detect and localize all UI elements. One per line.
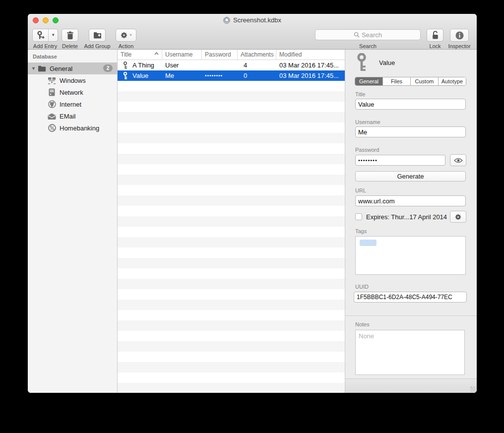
cell-title: Value <box>132 72 162 79</box>
sidebar-item-network[interactable]: Network <box>28 86 117 98</box>
envelope-icon <box>48 112 56 121</box>
notes-box[interactable]: None <box>355 330 465 375</box>
content-area: Database ▼ General 2 Win <box>28 50 477 393</box>
tab-general[interactable]: General <box>355 77 383 85</box>
add-entry-label: Add Entry <box>32 43 58 49</box>
delete-button[interactable] <box>62 29 78 42</box>
titlebar: Screenshot.kdbx <box>28 16 477 24</box>
chevron-down-icon: ▼ <box>51 33 55 37</box>
title-label: Title <box>355 91 365 97</box>
username-label: Username <box>355 119 380 125</box>
reveal-password-button[interactable] <box>450 154 466 166</box>
username-field[interactable] <box>355 126 466 137</box>
entry-table: Title Username Password Attachments Modi… <box>118 50 345 393</box>
sidebar-item-label: Internet <box>60 101 81 108</box>
entry-count-badge: 2 <box>103 64 113 72</box>
inspector-button[interactable] <box>450 29 469 42</box>
action-button[interactable]: ˅ <box>116 29 136 42</box>
table-row[interactable]: A Thing User 4 03 Mar 2016 17:45... <box>118 60 345 70</box>
lock-button[interactable] <box>427 29 443 42</box>
sidebar-item-label: EMail <box>60 113 76 120</box>
disclosure-triangle-icon[interactable]: ▼ <box>31 66 36 71</box>
tab-custom[interactable]: Custom <box>411 77 439 85</box>
add-entry-button[interactable]: ▼ <box>32 29 58 42</box>
inspector-entry-title: Value <box>379 59 395 66</box>
add-entry-dropdown[interactable]: ▼ <box>49 29 58 41</box>
tag-token[interactable] <box>360 240 377 246</box>
generate-button[interactable]: Generate <box>355 171 466 182</box>
notes-label: Notes <box>355 321 370 327</box>
server-icon <box>48 88 56 97</box>
percent-coin-icon <box>48 124 56 132</box>
folder-plus-icon <box>93 32 102 39</box>
key-icon <box>118 72 132 80</box>
tab-autotype[interactable]: Autotype <box>439 77 466 85</box>
gear-icon <box>454 213 462 221</box>
table-body[interactable]: A Thing User 4 03 Mar 2016 17:45... <box>118 60 345 393</box>
cell-title: A Thing <box>132 62 162 69</box>
add-entry-main[interactable] <box>33 29 48 41</box>
entry-key-icon <box>355 53 368 72</box>
section-divider <box>345 315 477 316</box>
table-row-selected[interactable]: Value Me •••••••• 0 03 Mar 2016 17:45... <box>118 70 345 81</box>
key-icon <box>118 62 132 69</box>
tags-label: Tags <box>355 228 367 234</box>
document-icon <box>223 17 230 24</box>
title-field[interactable] <box>355 99 466 110</box>
password-label: Password <box>355 147 379 153</box>
sidebar: Database ▼ General 2 Win <box>28 50 118 393</box>
lock-label: Lock <box>427 43 443 49</box>
cell-attachments: 4 <box>238 62 276 69</box>
sidebar-item-internet[interactable]: Internet <box>28 98 117 110</box>
search-icon <box>354 32 360 38</box>
column-header-modified[interactable]: Modified <box>276 50 345 60</box>
lock-open-icon <box>432 31 439 40</box>
windows-icon <box>48 76 56 85</box>
sidebar-item-homebanking[interactable]: Homebanking <box>28 122 117 134</box>
sidebar-item-windows[interactable]: Windows <box>28 74 117 86</box>
add-group-button[interactable] <box>89 29 106 42</box>
sidebar-item-email[interactable]: EMail <box>28 110 117 122</box>
add-group-label: Add Group <box>82 43 112 49</box>
sidebar-item-label: Homebanking <box>60 124 99 132</box>
uuid-label: UUID <box>355 284 369 290</box>
expires-label: Expires: Thur...17 April 2014 <box>366 213 447 221</box>
sidebar-item-label: General <box>50 65 72 72</box>
column-header-title[interactable]: Title <box>118 50 162 60</box>
cell-username: User <box>162 62 202 69</box>
expires-settings-button[interactable] <box>450 211 466 223</box>
column-header-password[interactable]: Password <box>202 50 238 60</box>
macpass-window: Screenshot.kdbx ▼ Add Entry <box>28 14 477 393</box>
search-field[interactable]: Search <box>315 29 421 40</box>
cell-username: Me <box>162 72 202 79</box>
inspector-label: Inspector <box>446 43 473 49</box>
window-title: Screenshot.kdbx <box>233 16 281 24</box>
notes-placeholder: None <box>359 332 374 340</box>
inspector-bottom-bar <box>345 378 477 393</box>
gear-icon <box>120 31 128 39</box>
cell-password: •••••••• <box>202 73 238 78</box>
sidebar-item-general[interactable]: ▼ General 2 <box>28 62 117 74</box>
uuid-field[interactable] <box>354 292 467 303</box>
info-icon <box>455 31 464 40</box>
eye-icon <box>454 158 463 163</box>
key-plus-icon <box>37 31 45 40</box>
search-placeholder: Search <box>362 31 382 39</box>
resize-grip[interactable] <box>470 386 476 392</box>
folder-icon <box>38 64 46 73</box>
expires-checkbox[interactable] <box>355 213 362 220</box>
sidebar-item-label: Windows <box>60 77 86 84</box>
table-header: Title Username Password Attachments Modi… <box>118 50 345 60</box>
column-header-attachments[interactable]: Attachments <box>238 50 276 60</box>
inspector-tabs: General Files Custom Autotype <box>355 77 466 86</box>
tags-box[interactable] <box>355 236 466 275</box>
tab-files[interactable]: Files <box>383 77 411 85</box>
window-chrome: Screenshot.kdbx ▼ Add Entry <box>28 14 477 50</box>
sidebar-section-header: Database <box>33 54 57 60</box>
action-label: Action <box>116 43 136 49</box>
column-header-username[interactable]: Username <box>162 50 202 60</box>
url-field[interactable] <box>355 195 466 206</box>
inspector-panel: Value General Files Custom Autotype Titl… <box>345 50 477 393</box>
password-field[interactable] <box>355 155 445 166</box>
globe-icon <box>48 100 56 109</box>
